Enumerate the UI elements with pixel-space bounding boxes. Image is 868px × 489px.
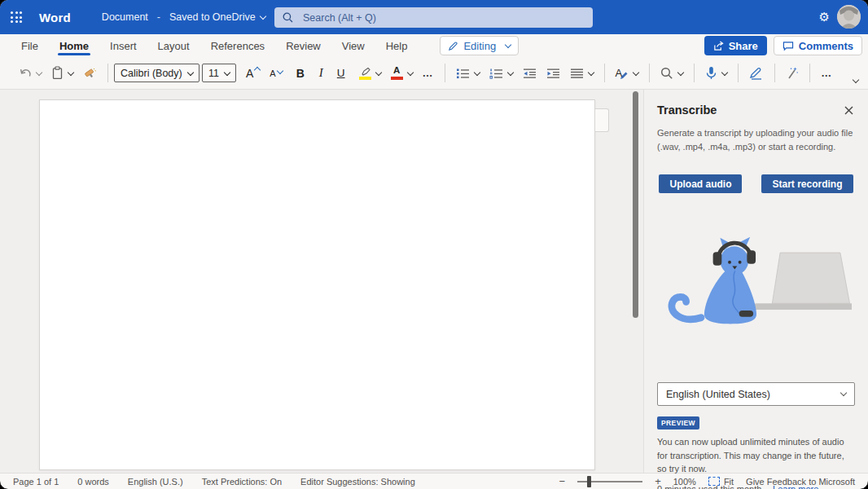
share-button[interactable]: Share [704, 36, 767, 55]
search-input[interactable] [301, 11, 585, 24]
page-indicator[interactable]: Page 1 of 1 [13, 477, 59, 487]
ribbon-right-actions: Share Comments [704, 36, 862, 55]
document-page[interactable] [39, 99, 595, 470]
zoom-level[interactable]: 100% [673, 477, 696, 487]
comment-bubble-icon [783, 41, 794, 51]
language-select[interactable]: English (United States) [657, 382, 855, 406]
font-color-button[interactable]: A [387, 62, 417, 85]
titlebar: Word Document - Saved to OneDrive ⚙ [0, 0, 868, 34]
find-button[interactable] [656, 62, 687, 85]
transcribe-actions: Upload audio Start recording [657, 174, 855, 193]
font-size-combobox[interactable]: 11 [202, 64, 236, 82]
zoom-out-button[interactable]: − [559, 476, 566, 487]
panel-title: Transcribe [657, 104, 717, 117]
zoom-slider[interactable] [577, 481, 642, 482]
search-box[interactable] [274, 7, 593, 28]
comment-margin-button[interactable] [595, 108, 609, 132]
toolbar-divider [809, 64, 810, 82]
toolbar-divider [604, 64, 605, 82]
chevron-down-icon [187, 68, 194, 75]
tab-help[interactable]: Help [375, 34, 419, 57]
tab-references[interactable]: References [200, 34, 275, 57]
chevron-down-icon [406, 68, 413, 75]
text-predictions-button[interactable] [782, 62, 803, 85]
undo-button[interactable] [15, 62, 46, 85]
upload-audio-button[interactable]: Upload audio [659, 174, 742, 193]
increase-indent-button[interactable] [542, 62, 564, 85]
pencil-icon [448, 41, 458, 51]
magic-wand-icon [786, 66, 799, 80]
indent-icon [546, 68, 560, 79]
chevron-down-icon [840, 390, 847, 396]
clipboard-icon [51, 66, 64, 80]
comments-label: Comments [799, 40, 853, 52]
editing-mode-dropdown[interactable]: Editing [440, 36, 519, 55]
highlight-color-button[interactable] [355, 62, 385, 85]
cat-with-headphones-laptop-illustration [661, 229, 852, 337]
bullets-button[interactable] [452, 62, 484, 85]
font-color-swatch [391, 77, 403, 80]
grow-font-button[interactable]: A [242, 62, 264, 85]
document-title[interactable]: Document [102, 11, 148, 23]
close-icon [844, 106, 853, 115]
preview-description: You can now upload unlimited minutes of … [657, 435, 855, 476]
panel-description: Generate a transcript by uploading your … [657, 126, 855, 154]
editing-label: Editing [463, 40, 496, 52]
numbering-button[interactable] [485, 62, 517, 85]
font-name-combobox[interactable]: Calibri (Body) [114, 64, 199, 82]
tab-file[interactable]: File [11, 34, 49, 57]
start-recording-button[interactable]: Start recording [761, 174, 853, 193]
save-status-dropdown[interactable]: Saved to OneDrive [169, 11, 265, 23]
word-count[interactable]: 0 words [77, 477, 109, 487]
styles-letter: A [616, 67, 623, 79]
tab-layout[interactable]: Layout [147, 34, 200, 57]
collapse-ribbon-chevron-icon[interactable] [853, 77, 859, 83]
app-launcher-icon[interactable] [11, 11, 22, 23]
more-font-options-button[interactable]: … [419, 62, 438, 85]
editor-suggestions-status[interactable]: Editor Suggestions: Showing [300, 477, 415, 487]
chevron-down-icon [259, 13, 265, 20]
proofing-language[interactable]: English (U.S.) [128, 477, 183, 487]
tab-view[interactable]: View [331, 34, 375, 57]
shrink-font-button[interactable]: A [265, 62, 286, 85]
tab-review[interactable]: Review [275, 34, 331, 57]
decrease-indent-button[interactable] [519, 62, 541, 85]
chevron-down-icon [506, 68, 513, 75]
text-predictions-status[interactable]: Text Predictions: On [202, 477, 282, 487]
transcribe-panel: Transcribe Generate a transcript by uplo… [643, 90, 868, 473]
font-color-letter: A [393, 66, 400, 76]
account-avatar[interactable] [837, 5, 861, 29]
save-status-label: Saved to OneDrive [169, 11, 256, 23]
feedback-link[interactable]: Give Feedback to Microsoft [746, 477, 855, 487]
close-panel-button[interactable] [843, 104, 855, 117]
underline-button[interactable]: U [333, 62, 349, 85]
chevron-down-icon [587, 68, 594, 75]
zoom-in-button[interactable]: + [655, 476, 661, 487]
bold-button[interactable]: B [292, 62, 309, 85]
tab-home[interactable]: Home [49, 34, 99, 57]
chevron-down-icon [473, 68, 480, 75]
format-painter-button[interactable] [79, 62, 101, 85]
panel-header: Transcribe [657, 104, 855, 117]
more-commands-button[interactable]: … [817, 62, 836, 85]
alignment-button[interactable] [566, 62, 598, 85]
italic-button[interactable]: I [315, 62, 327, 85]
tab-insert[interactable]: Insert [99, 34, 147, 57]
avatar-photo [837, 5, 861, 29]
comments-button[interactable]: Comments [774, 36, 862, 55]
settings-gear-icon[interactable]: ⚙ [819, 9, 830, 25]
dictate-button[interactable] [701, 62, 731, 85]
language-selected-value: English (United States) [666, 389, 770, 400]
editor-button[interactable] [745, 62, 768, 85]
main-area: Transcribe Generate a transcript by uplo… [0, 90, 868, 473]
title-separator: - [157, 11, 160, 23]
zoom-slider-handle[interactable] [587, 476, 591, 487]
preview-badge: PREVIEW [657, 416, 699, 430]
styles-button[interactable]: A [612, 62, 643, 85]
document-area [0, 90, 643, 473]
bold-label: B [296, 67, 305, 80]
fit-to-page-button[interactable]: Fit [708, 477, 734, 487]
vertical-scrollbar[interactable] [633, 91, 638, 318]
paste-button[interactable] [47, 62, 77, 85]
toolbar-divider [649, 64, 650, 82]
